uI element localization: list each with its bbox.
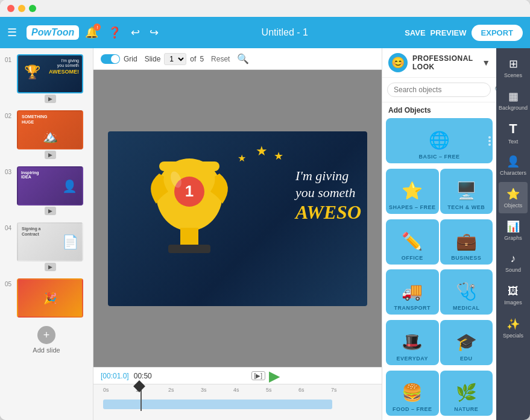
scroll-indicator [488, 136, 491, 146]
sidebar-item-specials[interactable]: ✨ Specials [499, 312, 528, 343]
right-panel: 😊 PROFESSIONAL LOOK ▼ 🔍 Add Objects 🌐 [382, 48, 530, 420]
object-category-office[interactable]: ✏️ OFFICE [386, 219, 439, 265]
slides-panel: 01 🏆 I'm givingyou somethAWESOME! ▶ 02 S… [0, 48, 93, 420]
list-item: 03 InspiringIDEA 👤 ▶ [0, 164, 93, 220]
nature-icon: 🌿 [456, 383, 477, 403]
object-category-business[interactable]: 💼 BUSINESS [440, 219, 493, 265]
minimize-button[interactable] [18, 5, 25, 12]
star-3: ★ [274, 149, 283, 163]
timeline-mark-3s: 3s [201, 387, 207, 393]
editor-toolbar: Grid Slide 12345 of 5 Reset 🔍 [93, 48, 382, 70]
preview-button[interactable]: PREVIEW [431, 28, 467, 37]
text-label: Text [508, 139, 519, 145]
slide-number: 05 [5, 281, 13, 287]
slide-thumbnail-3[interactable]: InspiringIDEA 👤 [17, 166, 83, 205]
timeline: 0s 1s 2s 3s 4s 5s 6s 7s [93, 384, 382, 420]
duration: 00:50 [134, 372, 152, 380]
notifications-button[interactable]: 🔔 ! [85, 26, 98, 39]
shapes-icon: ⭐ [402, 181, 423, 201]
background-label: Background [499, 105, 528, 111]
object-category-medical[interactable]: 🩺 MEDICAL [440, 269, 493, 315]
objects-panel: 😊 PROFESSIONAL LOOK ▼ 🔍 Add Objects 🌐 [382, 48, 496, 420]
transport-label: TRANSPORT [394, 305, 431, 311]
object-category-everyday[interactable]: 🎩 EVERYDAY [386, 320, 439, 365]
sound-icon: ♪ [511, 252, 516, 265]
sidebar-item-sound[interactable]: ♪ Sound [499, 247, 528, 278]
slide-thumbnail-2[interactable]: SOMETHINGHUGE 🏔️ [17, 110, 83, 149]
images-icon: 🖼 [508, 285, 519, 298]
search-input[interactable] [387, 83, 491, 97]
slide-action-2[interactable]: ▶ [45, 151, 56, 159]
canvas[interactable]: ★ ★ ★ [108, 131, 367, 306]
slide-selector[interactable]: 12345 [164, 53, 186, 65]
save-button[interactable]: SAVE [405, 28, 425, 37]
export-button[interactable]: EXPORT [472, 25, 523, 41]
redo-button[interactable]: ↪ [150, 26, 159, 39]
undo-button[interactable]: ↩ [131, 26, 140, 39]
canvas-container: ★ ★ ★ [93, 70, 382, 367]
slide-thumbnail-1[interactable]: 🏆 I'm givingyou somethAWESOME! [17, 54, 83, 93]
slide-thumbnail-5[interactable]: 🎉 [17, 278, 83, 318]
slide-action-4[interactable]: ▶ [45, 263, 56, 271]
object-category-food[interactable]: 🍔 FOOD – FREE [386, 371, 439, 416]
reset-button[interactable]: Reset [211, 55, 230, 63]
object-category-edu[interactable]: 🎓 EDU [440, 320, 493, 365]
objects-icon: ⭐ [506, 187, 520, 201]
playback-bar: [00:01.0] 00:50 [▶] ▶ [93, 367, 382, 384]
images-label: Images [504, 299, 522, 306]
main-content: 01 🏆 I'm givingyou somethAWESOME! ▶ 02 S… [0, 48, 530, 420]
graphs-icon: 📊 [506, 220, 520, 233]
edu-label: EDU [460, 356, 473, 362]
svg-text:1: 1 [185, 182, 194, 200]
dropdown-arrow-icon[interactable]: ▼ [482, 58, 490, 67]
sound-label: Sound [505, 267, 521, 273]
sidebar-item-text[interactable]: T Text [499, 117, 528, 148]
maximize-button[interactable] [29, 5, 36, 12]
menu-icon[interactable]: ☰ [7, 26, 17, 39]
grid-label: Grid [124, 55, 137, 63]
svg-rect-1 [159, 161, 219, 171]
object-category-transport[interactable]: 🚚 TRANSPORT [386, 269, 439, 315]
grid-toggle-area: Grid [101, 54, 137, 64]
background-icon: ▦ [508, 90, 519, 103]
slide-number: 03 [5, 169, 13, 175]
slide-action-1[interactable]: ▶ [45, 95, 56, 103]
everyday-icon: 🎩 [402, 332, 423, 352]
sidebar-item-objects[interactable]: ⭐ Objects [499, 182, 528, 213]
sidebar-item-images[interactable]: 🖼 Images [499, 280, 528, 311]
star-2: ★ [256, 143, 268, 159]
zoom-in-icon[interactable]: 🔍 [237, 53, 249, 64]
of-label: of [190, 55, 196, 63]
title-bar [0, 0, 530, 17]
tech-icon: 🖥️ [456, 181, 477, 201]
office-label: OFFICE [402, 255, 423, 261]
object-category-basic[interactable]: 🌐 BASIC – FREE [386, 118, 493, 163]
sidebar-item-scenes[interactable]: ⊞ Scenes [499, 52, 528, 83]
object-category-shapes[interactable]: ⭐ SHAPES – FREE [386, 169, 439, 214]
slide-action-3[interactable]: ▶ [45, 207, 56, 215]
document-title: Untitled - 1 [262, 27, 308, 38]
object-category-tech[interactable]: 🖥️ TECH & WEB [440, 169, 493, 214]
frame-button[interactable]: [▶] [251, 371, 266, 380]
tech-label: TECH & WEB [447, 204, 485, 210]
timeline-bar[interactable] [103, 400, 332, 409]
professional-look-title: PROFESSIONAL LOOK [412, 54, 477, 71]
slide-thumbnail-4[interactable]: Signing aContract 📄 [17, 222, 83, 262]
slide-number: 02 [5, 113, 13, 119]
help-button[interactable]: ❓ [108, 26, 121, 39]
food-icon: 🍔 [402, 383, 423, 403]
nature-label: NATURE [454, 406, 478, 412]
close-button[interactable] [7, 5, 14, 12]
object-category-nature[interactable]: 🌿 NATURE [440, 371, 493, 416]
add-slide-button[interactable]: + Add slide [0, 320, 93, 360]
play-button[interactable]: ▶ [269, 368, 280, 384]
grid-toggle[interactable] [101, 54, 120, 64]
professional-look-header: 😊 PROFESSIONAL LOOK ▼ [382, 48, 496, 78]
sidebar-item-graphs[interactable]: 📊 Graphs [499, 215, 528, 246]
sidebar-item-characters[interactable]: 👤 Characters [499, 149, 528, 181]
timeline-mark-2s: 2s [168, 387, 174, 393]
avatar: 😊 [388, 53, 408, 72]
transport-icon: 🚚 [402, 281, 423, 301]
timeline-mark-4s: 4s [233, 387, 239, 393]
sidebar-item-background[interactable]: ▦ Background [499, 84, 528, 116]
